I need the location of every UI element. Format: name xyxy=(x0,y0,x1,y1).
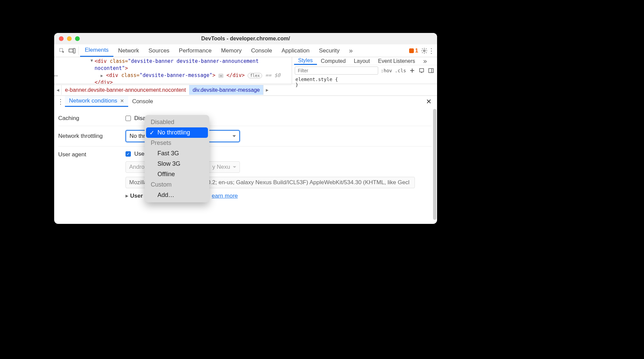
throttling-label: Network throttling xyxy=(58,133,126,139)
dropdown-header-disabled: Disabled xyxy=(145,117,209,127)
svg-point-3 xyxy=(424,50,425,51)
ua-string-text: .0.2; en-us; Galaxy Nexus Build/ICL53F) … xyxy=(206,179,409,186)
breadcrumb-left-arrow-icon[interactable]: ◂ xyxy=(54,85,62,95)
settings-gear-icon[interactable] xyxy=(420,44,428,57)
dom-breadcrumb: ◂ e-banner.devsite-banner-announcement.n… xyxy=(54,85,292,95)
flex-badge[interactable]: flex xyxy=(248,73,262,78)
tab-memory[interactable]: Memory xyxy=(216,44,246,57)
learn-more-link[interactable]: earn more xyxy=(212,193,238,199)
tab-application[interactable]: Application xyxy=(277,44,314,57)
drawer-tab-network-conditions[interactable]: Network conditions ✕ xyxy=(65,96,128,107)
tab-sources[interactable]: Sources xyxy=(144,44,174,57)
dom-text: </div> xyxy=(226,72,245,78)
styles-filter-input[interactable] xyxy=(295,67,378,75)
dom-text: div xyxy=(98,58,107,64)
styles-tabs: Styles Computed Layout Event Listeners xyxy=(292,57,437,65)
close-tab-icon[interactable]: ✕ xyxy=(120,98,124,104)
user-agent-client-hints-disclosure[interactable]: User xyxy=(126,193,143,199)
svg-rect-1 xyxy=(69,49,73,52)
dom-ellipsis-pill[interactable]: ⋯ xyxy=(218,74,223,78)
dom-text: "devsite-banner-message" xyxy=(140,72,213,78)
breadcrumb-item[interactable]: e-banner.devsite-banner-announcement.noc… xyxy=(62,85,189,95)
panel-tabs: Elements Network Sources Performance Mem… xyxy=(80,44,357,57)
user-agent-label: User agent xyxy=(58,151,126,158)
ua-string-text: Mozilla xyxy=(129,179,147,186)
window-titlebar: DevTools - developer.chrome.com/ xyxy=(54,33,437,44)
dom-text: class= xyxy=(118,72,139,78)
dropdown-header-custom: Custom xyxy=(145,180,209,190)
drawer-tab-console[interactable]: Console xyxy=(128,96,157,107)
svg-rect-2 xyxy=(73,48,75,53)
dom-tree[interactable]: ▼ … <div class="devsite-banner devsite-b… xyxy=(54,57,292,84)
dom-gutter-ellipsis: … xyxy=(54,70,61,78)
styles-rule[interactable]: } xyxy=(295,82,434,87)
dom-text: > xyxy=(125,65,128,71)
svg-rect-5 xyxy=(429,69,433,73)
issues-icon xyxy=(409,48,414,53)
tab-performance[interactable]: Performance xyxy=(174,44,216,57)
dom-text: div xyxy=(109,72,118,78)
ua-preset-text: y Nexu xyxy=(212,164,230,170)
issues-button[interactable]: 1 xyxy=(407,44,420,57)
use-browser-default-label: Use xyxy=(134,151,144,157)
throttling-dropdown: Disabled No throttling Presets Fast 3G S… xyxy=(145,115,209,202)
svg-rect-4 xyxy=(420,69,424,72)
dropdown-item-fast-3g[interactable]: Fast 3G xyxy=(145,148,209,159)
tab-console[interactable]: Console xyxy=(246,44,277,57)
more-menu-icon[interactable]: ⋮ xyxy=(428,44,434,57)
network-conditions-form: Caching Disa Network throttling No thro … xyxy=(54,107,432,210)
dropdown-header-presets: Presets xyxy=(145,138,209,148)
dropdown-item-offline[interactable]: Offline xyxy=(145,169,209,180)
breadcrumb-item-selected[interactable]: div.devsite-banner-message xyxy=(189,85,263,95)
styles-tab-events[interactable]: Event Listeners xyxy=(374,57,419,65)
dropdown-item-slow-3g[interactable]: Slow 3G xyxy=(145,159,209,169)
styles-more-tabs-icon[interactable] xyxy=(419,57,431,65)
dropdown-item-no-throttling[interactable]: No throttling xyxy=(146,127,208,138)
toggle-panel-icon[interactable] xyxy=(428,68,434,73)
devtools-window: DevTools - developer.chrome.com/ Element… xyxy=(54,33,437,224)
styles-tab-layout[interactable]: Layout xyxy=(350,57,374,65)
device-toggle-icon[interactable] xyxy=(67,44,77,57)
drawer-scrollbar[interactable] xyxy=(433,109,436,220)
styles-tab-styles[interactable]: Styles xyxy=(294,57,317,65)
tab-network[interactable]: Network xyxy=(113,44,144,57)
disable-cache-label: Disa xyxy=(134,115,146,122)
tab-security[interactable]: Security xyxy=(314,44,344,57)
disable-cache-checkbox[interactable] xyxy=(126,116,131,121)
main-toolbar: Elements Network Sources Performance Mem… xyxy=(54,44,437,57)
tab-elements[interactable]: Elements xyxy=(80,44,113,57)
dom-text: class= xyxy=(107,58,128,64)
dom-text: </div> xyxy=(95,79,289,84)
new-style-rule-icon[interactable] xyxy=(409,68,416,73)
hov-toggle[interactable]: :hov xyxy=(381,68,392,73)
styles-tab-computed[interactable]: Computed xyxy=(317,57,350,65)
dom-text: < xyxy=(95,58,98,64)
drawer-tabs: ⋮ Network conditions ✕ Console ✕ xyxy=(54,95,437,107)
styles-rule[interactable]: element.style { xyxy=(295,77,434,82)
drawer-tab-label: Network conditions xyxy=(69,97,117,104)
issues-count: 1 xyxy=(415,47,418,54)
main-content: ▼ … <div class="devsite-banner devsite-b… xyxy=(54,57,437,84)
cls-toggle[interactable]: .cls xyxy=(395,68,406,73)
dom-text: > xyxy=(212,72,215,78)
drawer-close-icon[interactable]: ✕ xyxy=(423,96,435,107)
styles-panel: Styles Computed Layout Event Listeners :… xyxy=(292,57,437,84)
dropdown-item-add[interactable]: Add… xyxy=(145,190,209,200)
eq-dollar0: == $0 xyxy=(265,72,280,78)
dom-text: < xyxy=(106,72,109,78)
device-mode-icon[interactable] xyxy=(418,68,425,73)
more-tabs-icon[interactable] xyxy=(344,44,357,57)
use-browser-default-checkbox[interactable]: ✓ xyxy=(126,151,131,157)
drawer-menu-icon[interactable]: ⋮ xyxy=(56,96,65,107)
inspect-element-icon[interactable] xyxy=(57,44,67,57)
caching-label: Caching xyxy=(58,115,126,122)
window-title: DevTools - developer.chrome.com/ xyxy=(54,36,437,42)
breadcrumb-right-arrow-icon[interactable]: ▸ xyxy=(263,85,271,95)
